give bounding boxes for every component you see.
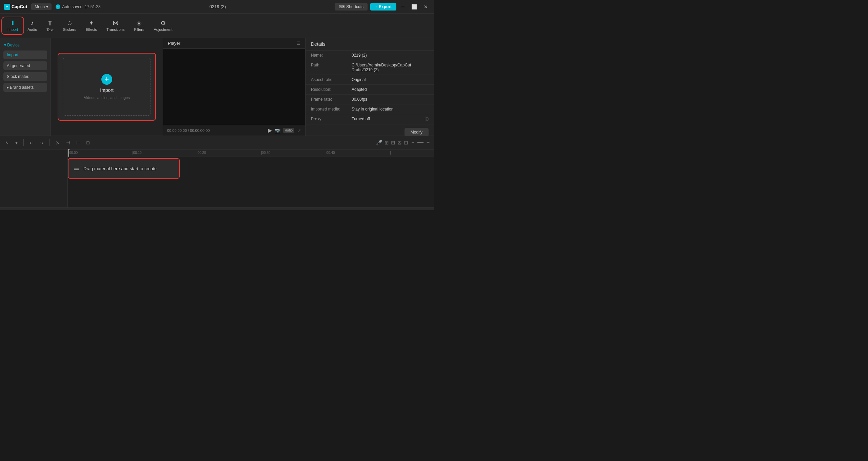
ruler-mark-40: |00:40 — [326, 151, 335, 155]
project-title: 0219 (2) — [105, 4, 331, 9]
playhead-triangle — [68, 149, 71, 151]
drag-here-dropzone[interactable]: ▬ Drag material here and start to create — [68, 158, 180, 179]
autosave-indicator: ✓ Auto saved: 17:51:28 — [56, 4, 100, 9]
timeline-track-main: ▬ Drag material here and start to create — [68, 158, 434, 179]
shortcuts-button[interactable]: ⌨ Shortcuts — [335, 3, 368, 11]
topbar: ✂ CapCut Menu ▾ ✓ Auto saved: 17:51:28 0… — [0, 0, 434, 14]
align-center-icon[interactable]: ⊠ — [397, 140, 402, 146]
import-sublabel: Videos, audios, and images — [84, 96, 130, 100]
minimize-button[interactable]: ─ — [399, 3, 407, 10]
sidebar-brand-button[interactable]: ▸ Brand assets — [3, 83, 47, 92]
import-label: Import — [100, 87, 114, 93]
import-dropzone-inner: + Import Videos, audios, and images — [63, 58, 151, 116]
maximize-button[interactable]: ⬜ — [409, 3, 419, 10]
tool-import[interactable]: ⬇ Import — [3, 18, 23, 34]
fullscreen-icon[interactable]: ⤢ — [297, 128, 301, 133]
tool-text-label: Text — [46, 28, 53, 32]
horizontal-scrollbar[interactable] — [0, 207, 434, 210]
tool-effects[interactable]: ✦ Effects — [81, 18, 102, 34]
main-layout: ▾ Device Import AI generated Stock mater… — [0, 38, 434, 136]
import-plus-icon: + — [101, 74, 112, 85]
menu-label: Menu — [35, 4, 45, 9]
delete-button[interactable]: □ — [85, 139, 91, 146]
details-label-proxy: Proxy: — [311, 117, 348, 122]
link-tracks-icon[interactable]: ⊞ — [384, 140, 389, 146]
media-import-area: + Import Videos, audios, and images — [51, 38, 163, 136]
trim-right-button[interactable]: ⊢ — [75, 139, 82, 146]
modify-label: Modify — [411, 130, 422, 135]
details-value-framerate: 30.00fps — [352, 97, 429, 102]
ratio-badge[interactable]: Ratio — [283, 128, 294, 133]
player-title: Player — [168, 41, 180, 46]
ruler-mark-end: | — [390, 151, 391, 155]
details-value-proxy: Turned off — [352, 117, 421, 122]
sidebar-stock-button[interactable]: Stock mater... — [3, 72, 47, 81]
undo-button[interactable]: ↩ — [28, 139, 35, 146]
sidebar-import-label: Import — [7, 53, 18, 57]
sidebar-ai-label: AI generated — [7, 63, 30, 68]
tool-filters-label: Filters — [134, 27, 144, 32]
tool-filters[interactable]: ◈ Filters — [129, 18, 149, 34]
close-button[interactable]: ✕ — [422, 3, 430, 10]
playhead — [68, 149, 69, 157]
player-menu-icon: ☰ — [296, 41, 300, 46]
zoom-out-icon[interactable]: － — [410, 139, 415, 146]
adjustment-tool-icon: ⚙ — [160, 20, 166, 26]
timeline-content: 00:00 |00:10 |00:20 |00:30 |00:40 | ▬ Dr… — [0, 149, 434, 207]
zoom-slider-icon[interactable]: ━━ — [417, 140, 423, 146]
sidebar-import-button[interactable]: Import — [3, 51, 47, 59]
timeline-ruler: 00:00 |00:10 |00:20 |00:30 |00:40 | — [68, 149, 434, 157]
details-row-aspect: Aspect ratio: Original — [305, 75, 434, 85]
split-button[interactable]: ⚔ — [54, 139, 62, 146]
app-logo: ✂ CapCut — [4, 4, 27, 10]
details-panel: Details Name: 0219 (2) Path: C:/Users/Ad… — [305, 38, 434, 136]
menu-button[interactable]: Menu ▾ — [31, 3, 52, 10]
select-dropdown-button[interactable]: ▾ — [14, 139, 19, 146]
main-toolbar: ⬇ Import ♪ Audio T Text ☺ Stickers ✦ Eff… — [0, 14, 434, 38]
sidebar-device-section[interactable]: ▾ Device — [0, 41, 51, 49]
player-timecode: 00:00:00:00 / 00:00:00:00 — [167, 128, 265, 133]
shortcuts-label: Shortcuts — [346, 4, 363, 9]
logo-text: CapCut — [12, 4, 27, 9]
tool-text[interactable]: T Text — [42, 18, 58, 34]
toolbar-separator-1 — [23, 139, 24, 146]
sidebar-ai-button[interactable]: AI generated — [3, 61, 47, 70]
sidebar-stock-label: Stock mater... — [7, 74, 32, 79]
trim-left-button[interactable]: ⊣ — [64, 139, 72, 146]
play-button[interactable]: ▶ — [268, 127, 272, 134]
timeline-area: ↖ ▾ ↩ ↪ ⚔ ⊣ ⊢ □ 🎤 ⊞ ⊟ ⊠ ⊡ － ━━ ＋ 00: — [0, 136, 434, 210]
proxy-info-icon[interactable]: ⓘ — [425, 117, 429, 122]
tool-adjustment[interactable]: ⚙ Adjustment — [149, 18, 177, 34]
details-label-aspect: Aspect ratio: — [311, 77, 348, 82]
import-tool-icon: ⬇ — [10, 20, 15, 26]
player-canvas — [163, 49, 305, 125]
tool-transitions[interactable]: ⋈ Transitions — [102, 18, 129, 34]
details-value-aspect: Original — [352, 77, 429, 82]
autosave-dot-icon: ✓ — [56, 4, 60, 9]
zoom-in-icon[interactable]: ＋ — [426, 139, 431, 146]
export-button[interactable]: ↑ Export — [370, 3, 396, 11]
select-tool-button[interactable]: ↖ — [3, 139, 11, 146]
tool-stickers[interactable]: ☺ Stickers — [58, 18, 81, 34]
ruler-mark-10: |00:10 — [132, 151, 142, 155]
tool-stickers-label: Stickers — [63, 27, 76, 32]
tool-audio-label: Audio — [27, 27, 37, 32]
microphone-icon[interactable]: 🎤 — [376, 140, 382, 146]
modify-button[interactable]: Modify — [405, 128, 429, 137]
captions-icon[interactable]: ⊡ — [404, 140, 408, 146]
keyboard-icon: ⌨ — [339, 4, 344, 9]
drag-here-label: Drag material here and start to create — [83, 166, 157, 171]
tool-audio[interactable]: ♪ Audio — [23, 18, 42, 34]
timeline-tracks: 00:00 |00:10 |00:20 |00:30 |00:40 | ▬ Dr… — [68, 149, 434, 207]
details-row-path: Path: C:/Users/Admin/Desktop/CapCut Draf… — [305, 60, 434, 75]
snapshot-icon[interactable]: 📷 — [275, 128, 280, 133]
details-label-name: Name: — [311, 53, 348, 58]
magnetic-icon[interactable]: ⊟ — [391, 140, 395, 146]
redo-button[interactable]: ↪ — [38, 139, 45, 146]
filters-tool-icon: ◈ — [137, 20, 141, 26]
details-value-name: 0219 (2) — [352, 53, 429, 58]
details-row-framerate: Frame rate: 30.00fps — [305, 95, 434, 104]
details-label-path: Path: — [311, 63, 348, 72]
player-controls: 00:00:00:00 / 00:00:00:00 ▶ 📷 Ratio ⤢ — [163, 125, 305, 136]
import-dropzone[interactable]: + Import Videos, audios, and images — [58, 53, 156, 121]
